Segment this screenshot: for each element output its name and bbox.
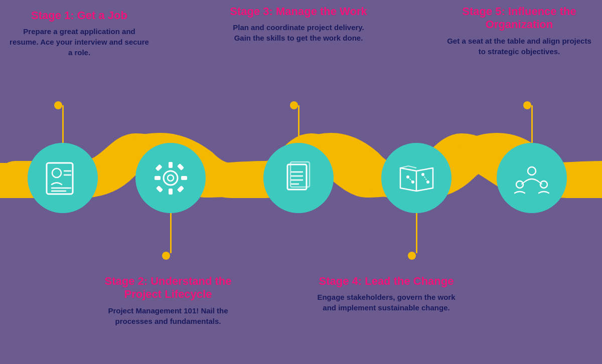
svg-rect-12	[155, 164, 162, 171]
svg-rect-11	[181, 176, 187, 180]
svg-rect-10	[155, 176, 161, 180]
svg-rect-15	[156, 185, 163, 192]
svg-point-28	[516, 181, 523, 188]
connector-2	[170, 213, 172, 253]
svg-rect-13	[177, 185, 184, 192]
stage-1-icon	[28, 143, 98, 213]
dot-3	[290, 101, 298, 109]
dot-1	[54, 101, 62, 109]
svg-rect-14	[177, 163, 184, 170]
stage-1-label: Stage 1: Get a Job Prepare a great appli…	[9, 9, 149, 58]
stage-1-title: Stage 1: Get a Job	[9, 9, 149, 22]
stage-2-title: Stage 2: Understand the Project Lifecycl…	[98, 275, 238, 301]
svg-point-27	[528, 167, 536, 175]
stage-3-label: Stage 3: Manage the Work Plan and coordi…	[226, 5, 371, 43]
svg-rect-9	[169, 189, 173, 195]
stage-5-icon	[497, 143, 567, 213]
connector-1	[62, 105, 64, 145]
dot-4	[408, 252, 416, 260]
stage-4-icon	[381, 143, 452, 213]
stage-5-label: Stage 5: Influence the Organization Get …	[446, 5, 592, 57]
stage-2-label: Stage 2: Understand the Project Lifecycl…	[98, 275, 238, 326]
svg-point-7	[168, 175, 174, 181]
stage-5-title: Stage 5: Influence the Organization	[446, 5, 592, 32]
connector-4	[416, 213, 417, 253]
stage-3-title: Stage 3: Manage the Work	[226, 5, 371, 18]
stage-4-title: Stage 4: Lead the Change	[316, 275, 457, 288]
stage-3-icon	[263, 143, 334, 213]
svg-rect-8	[169, 162, 173, 168]
stage-1-desc: Prepare a great application and resume. …	[9, 26, 149, 58]
stage-2-icon	[135, 143, 206, 213]
stage-4-label: Stage 4: Lead the Change Engage stakehol…	[316, 275, 457, 313]
svg-point-6	[164, 171, 178, 185]
connector-5	[531, 105, 533, 145]
dot-2	[162, 252, 170, 260]
stage-5-desc: Get a seat at the table and align projec…	[446, 36, 592, 57]
svg-point-1	[52, 168, 61, 177]
stage-4-desc: Engage stakeholders, govern the work and…	[316, 292, 457, 313]
connector-3	[298, 105, 299, 145]
stage-3-desc: Plan and coordinate project delivery. Ga…	[226, 22, 371, 43]
stage-2-desc: Project Management 101! Nail the process…	[98, 305, 238, 326]
dot-5	[523, 101, 531, 109]
svg-point-29	[540, 181, 547, 188]
svg-rect-0	[47, 163, 73, 194]
